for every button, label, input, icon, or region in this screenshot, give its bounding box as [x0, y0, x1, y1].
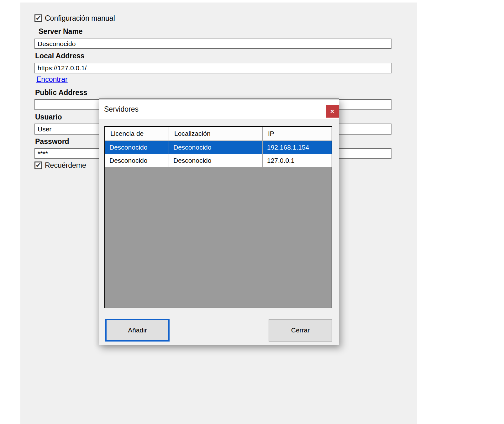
- remember-label: Recuérdeme: [45, 161, 86, 170]
- manual-config-label: Configuración manual: [45, 14, 115, 23]
- server-name-label: Server Name: [39, 27, 83, 36]
- local-address-input[interactable]: [34, 63, 391, 73]
- close-button[interactable]: Cerrar: [269, 319, 332, 342]
- table-row[interactable]: Desconocido Desconocido 192.168.1.154: [105, 140, 332, 154]
- check-icon: ✔: [35, 15, 41, 22]
- column-header-ip[interactable]: IP: [263, 127, 332, 140]
- server-name-input[interactable]: [34, 39, 391, 49]
- cell-localizacion: Desconocido: [169, 154, 263, 167]
- remember-checkbox[interactable]: ✔: [34, 162, 42, 169]
- dialog-close-button[interactable]: ×: [326, 105, 339, 118]
- dialog-title: Servidores: [104, 99, 139, 119]
- dialog-titlebar: Servidores ×: [99, 99, 339, 119]
- cell-licencia: Desconocido: [105, 154, 169, 167]
- table-header-row: Licencia de Localización IP: [105, 127, 332, 140]
- cell-ip: 192.168.1.154: [263, 141, 332, 154]
- cell-localizacion: Desconocido: [169, 141, 263, 154]
- column-header-licencia[interactable]: Licencia de: [105, 127, 169, 140]
- check-icon: ✔: [35, 162, 41, 169]
- cell-licencia: Desconocido: [105, 141, 169, 154]
- servers-dialog: Servidores × Licencia de Localización IP…: [99, 98, 339, 345]
- manual-config-checkbox[interactable]: ✔: [34, 14, 42, 22]
- close-icon: ×: [330, 108, 334, 114]
- user-label: Usuario: [35, 113, 62, 121]
- add-button[interactable]: Añadir: [105, 319, 170, 342]
- public-address-label: Public Address: [35, 88, 87, 97]
- local-address-label: Local Address: [35, 52, 85, 60]
- find-link[interactable]: Encontrar: [36, 75, 68, 84]
- password-label: Password: [35, 137, 69, 146]
- table-row[interactable]: Desconocido Desconocido 127.0.0.1: [105, 154, 332, 167]
- cell-ip: 127.0.0.1: [263, 154, 332, 167]
- servers-table: Licencia de Localización IP Desconocido …: [104, 126, 332, 308]
- column-header-localizacion[interactable]: Localización: [169, 127, 263, 140]
